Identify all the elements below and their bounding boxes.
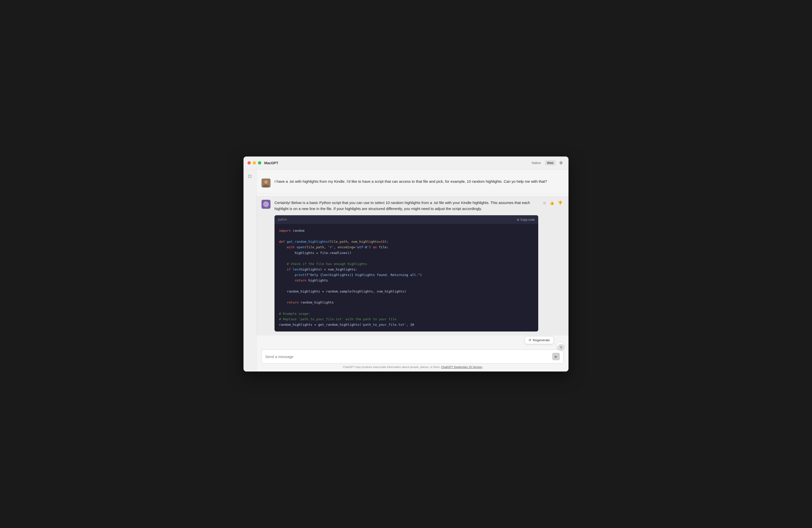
code-header: python ⧉ Copy code [275,215,538,224]
code-body: import random def get_random_highlights(… [275,224,538,332]
code-block: python ⧉ Copy code import random def get… [275,215,538,332]
app-window: MacGPT Native Web ⚙ ⊡ [244,157,568,371]
main-content: ⊡ I have a .txt with highli [244,170,568,371]
copy-icon: ⧉ [517,218,519,221]
sidebar-toggle-button[interactable]: ⊡ [246,173,254,179]
regenerate-icon: ↺ [528,338,531,342]
bottom-bar: ▶ ChatGPT may produce inaccurate informa… [257,347,568,371]
input-container: ▶ [261,350,564,364]
close-button[interactable] [247,161,251,164]
help-button[interactable]: ? [557,344,565,351]
maximize-button[interactable] [258,161,261,164]
traffic-lights [247,161,261,164]
regenerate-label: Regenerate [533,338,550,342]
copy-message-button[interactable]: ⧉ [542,200,547,206]
right-panel: I have a .txt with highlights from my Ki… [257,170,568,371]
web-tab[interactable]: Web [545,160,556,165]
thumbs-up-button[interactable]: 👍 [549,200,555,206]
assistant-avatar [261,200,271,209]
thumbs-down-button[interactable]: 👎 [557,200,564,206]
message-actions: ⧉ 👍 👎 [542,200,564,206]
titlebar: MacGPT Native Web ⚙ [244,157,568,170]
message-input[interactable] [265,354,550,359]
regenerate-button[interactable]: ↺ Regenerate [525,336,553,344]
send-button[interactable]: ▶ [552,353,560,360]
assistant-message: Certainly! Below is a basic Python scrip… [257,196,568,336]
user-photo [261,178,271,188]
chat-area[interactable]: I have a .txt with highlights from my Ki… [257,170,568,347]
openai-logo [263,202,269,207]
copy-code-label: Copy code [521,218,535,221]
titlebar-nav: Native Web ⚙ [530,160,565,166]
left-panel: ⊡ [244,170,257,371]
user-message: I have a .txt with highlights from my Ki… [257,175,568,191]
native-tab[interactable]: Native [530,160,543,165]
assistant-message-text: Certainly! Below is a basic Python scrip… [275,201,530,211]
sidebar-toggle-icon: ⊡ [248,174,252,179]
user-message-text: I have a .txt with highlights from my Ki… [275,178,564,185]
user-avatar [261,178,271,188]
app-title: MacGPT [264,161,278,165]
footer-link[interactable]: ChatGPT September 25 Version [441,366,482,368]
code-language: python [278,217,287,222]
footer-text: ChatGPT may produce inaccurate informati… [261,366,564,368]
svg-point-1 [264,180,268,184]
minimize-button[interactable] [253,161,256,164]
assistant-message-content: Certainly! Below is a basic Python scrip… [275,200,538,332]
settings-button[interactable]: ⚙ [557,160,565,166]
send-icon: ▶ [555,354,557,358]
message-divider [257,193,568,194]
copy-code-button[interactable]: ⧉ Copy code [517,218,535,221]
